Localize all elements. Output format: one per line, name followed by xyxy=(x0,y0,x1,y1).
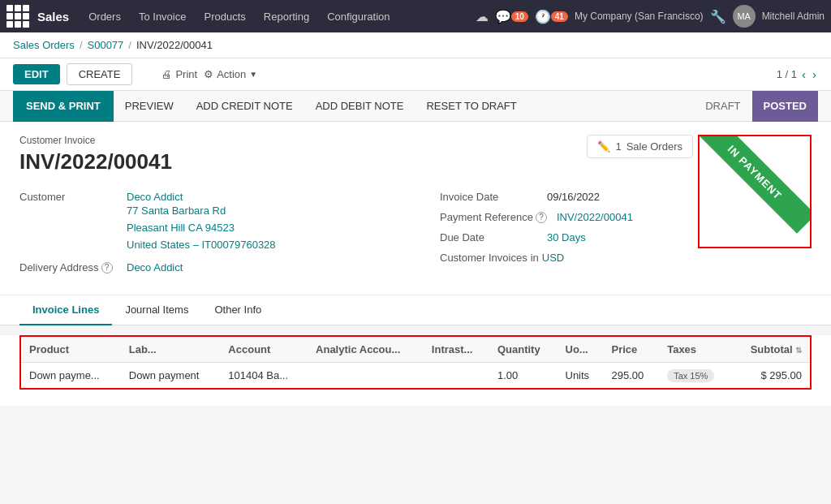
lines-section: Product Lab... Account Analytic Accou...… xyxy=(0,335,831,406)
payment-reference-value: INV/2022/00041 xyxy=(557,211,633,223)
delivery-address-field: Delivery Address ? Deco Addict xyxy=(19,261,391,274)
gear-icon: ⚙ xyxy=(204,68,213,80)
breadcrumb: Sales Orders / S00077 / INV/2022/00041 xyxy=(0,32,831,58)
due-date-value: 30 Days xyxy=(547,231,586,243)
stamp-text: IN PAYMENT xyxy=(700,136,812,234)
customer-address-2: Pleasant Hill CA 94523 xyxy=(127,220,276,237)
top-menu: Orders To Invoice Products Reporting Con… xyxy=(80,6,471,28)
delivery-help-icon[interactable]: ? xyxy=(101,262,113,274)
col-label: Lab... xyxy=(121,336,221,363)
tax-badge: Tax 15% xyxy=(667,369,714,382)
app-grid-icon[interactable] xyxy=(6,5,29,28)
currency-value[interactable]: USD xyxy=(542,252,564,264)
pagination: 1 / 1 ‹ › xyxy=(777,67,818,81)
activity-icon[interactable]: 🕐 41 xyxy=(535,9,568,24)
currency-in: in xyxy=(531,252,539,264)
wrench-icon[interactable]: 🔧 xyxy=(710,9,726,24)
nav-orders[interactable]: Orders xyxy=(80,6,129,28)
col-price: Price xyxy=(604,336,660,363)
cell-label: Down payment xyxy=(121,363,221,390)
col-subtotal: Subtotal ⇅ xyxy=(732,336,811,363)
breadcrumb-sep-2: / xyxy=(128,39,131,51)
cell-analytic xyxy=(308,363,424,390)
add-debit-note-button[interactable]: ADD DEBIT NOTE xyxy=(304,91,416,122)
nav-reporting[interactable]: Reporting xyxy=(256,6,317,28)
nav-configuration[interactable]: Configuration xyxy=(319,6,398,28)
in-payment-stamp: IN PAYMENT xyxy=(698,135,812,248)
table-row[interactable]: Down payme... Down payment 101404 Ba... … xyxy=(20,363,811,390)
currency-label: Customer Invoices xyxy=(440,252,527,264)
chat-badge: 10 xyxy=(511,11,528,22)
col-uom: Uo... xyxy=(558,336,604,363)
company-name[interactable]: My Company (San Francisco) xyxy=(575,11,704,22)
customer-value: Deco Addict 77 Santa Barbara Rd Pleasant… xyxy=(127,191,276,253)
create-button[interactable]: CREATE xyxy=(67,63,133,85)
add-credit-note-button[interactable]: ADD CREDIT NOTE xyxy=(185,91,304,122)
col-analytic: Analytic Accou... xyxy=(308,336,424,363)
app-name[interactable]: Sales xyxy=(37,10,69,24)
customer-field: Customer Deco Addict 77 Santa Barbara Rd… xyxy=(19,191,391,253)
user-name[interactable]: Mitchell Admin xyxy=(762,11,825,22)
cell-account: 101404 Ba... xyxy=(220,363,308,390)
nav-to-invoice[interactable]: To Invoice xyxy=(131,6,195,28)
status-area: DRAFT POSTED xyxy=(694,91,818,122)
tabs-bar: Invoice Lines Journal Items Other Info xyxy=(0,295,831,325)
delivery-label: Delivery Address ? xyxy=(19,261,117,274)
sale-orders-badge[interactable]: ✏️ 1 Sale Orders xyxy=(587,135,693,158)
send-and-print-button[interactable]: SEND & PRINT xyxy=(13,91,114,122)
breadcrumb-sales-orders[interactable]: Sales Orders xyxy=(13,39,75,51)
next-page-button[interactable]: › xyxy=(811,67,818,81)
invoice-fields: Customer Deco Addict 77 Santa Barbara Rd… xyxy=(19,191,812,282)
edit-icon: ✏️ xyxy=(597,140,610,153)
cell-price: 295.00 xyxy=(604,363,660,390)
user-avatar[interactable]: MA xyxy=(733,5,756,28)
invoice-card: ✏️ 1 Sale Orders IN PAYMENT Customer Inv… xyxy=(0,122,831,295)
col-taxes: Taxes xyxy=(659,336,732,363)
cloud-icon[interactable]: ☁ xyxy=(476,9,489,24)
print-button[interactable]: 🖨 Print xyxy=(161,68,197,80)
sale-orders-label: Sale Orders xyxy=(626,140,682,153)
delivery-address-value[interactable]: Deco Addict xyxy=(127,261,183,274)
col-account: Account xyxy=(220,336,308,363)
customer-name[interactable]: Deco Addict xyxy=(127,191,276,203)
tab-other-info[interactable]: Other Info xyxy=(201,295,274,325)
reset-to-draft-button[interactable]: RESET TO DRAFT xyxy=(415,91,527,122)
action-button[interactable]: ⚙ Action ▼ xyxy=(204,68,257,80)
chevron-down-icon: ▼ xyxy=(249,70,257,79)
preview-button[interactable]: PREVIEW xyxy=(114,91,185,122)
chat-icon[interactable]: 💬 10 xyxy=(495,9,528,24)
breadcrumb-s00077[interactable]: S00077 xyxy=(88,39,124,51)
invoice-date-value: 09/16/2022 xyxy=(547,191,600,203)
cell-taxes: Tax 15% xyxy=(659,363,732,390)
edit-button[interactable]: EDIT xyxy=(13,64,60,84)
activity-badge: 41 xyxy=(551,11,568,22)
due-date-label: Due Date xyxy=(440,231,537,243)
col-intrastat: Intrast... xyxy=(424,336,489,363)
workflow-bar: SEND & PRINT PREVIEW ADD CREDIT NOTE ADD… xyxy=(0,91,831,122)
cell-product: Down payme... xyxy=(20,363,121,390)
tab-journal-items[interactable]: Journal Items xyxy=(112,295,201,325)
customer-address-3: United States – IT00079760328 xyxy=(127,237,276,254)
payment-ref-help-icon[interactable]: ? xyxy=(536,212,547,223)
top-navigation: Sales Orders To Invoice Products Reporti… xyxy=(0,0,831,32)
payment-reference-label: Payment Reference ? xyxy=(440,211,547,223)
customer-address-1: 77 Santa Barbara Rd xyxy=(127,203,276,220)
top-right-icons: ☁ 💬 10 🕐 41 My Company (San Francisco) 🔧… xyxy=(476,5,825,28)
prev-page-button[interactable]: ‹ xyxy=(800,67,807,81)
printer-icon: 🖨 xyxy=(161,68,172,80)
customer-label: Customer xyxy=(19,191,117,203)
cell-uom: Units xyxy=(558,363,604,390)
col-product: Product xyxy=(20,336,121,363)
table-header-row: Product Lab... Account Analytic Accou...… xyxy=(20,336,811,363)
status-posted: POSTED xyxy=(752,91,818,122)
nav-products[interactable]: Products xyxy=(196,6,253,28)
sale-orders-count: 1 xyxy=(615,140,621,153)
col-quantity: Quantity xyxy=(489,336,558,363)
main-content: ✏️ 1 Sale Orders IN PAYMENT Customer Inv… xyxy=(0,122,831,446)
status-draft: DRAFT xyxy=(694,91,751,122)
cell-quantity: 1.00 xyxy=(489,363,558,390)
tab-invoice-lines[interactable]: Invoice Lines xyxy=(19,295,112,325)
left-fields: Customer Deco Addict 77 Santa Barbara Rd… xyxy=(19,191,391,282)
breadcrumb-sep-1: / xyxy=(80,39,83,51)
sort-icon: ⇅ xyxy=(795,346,802,355)
